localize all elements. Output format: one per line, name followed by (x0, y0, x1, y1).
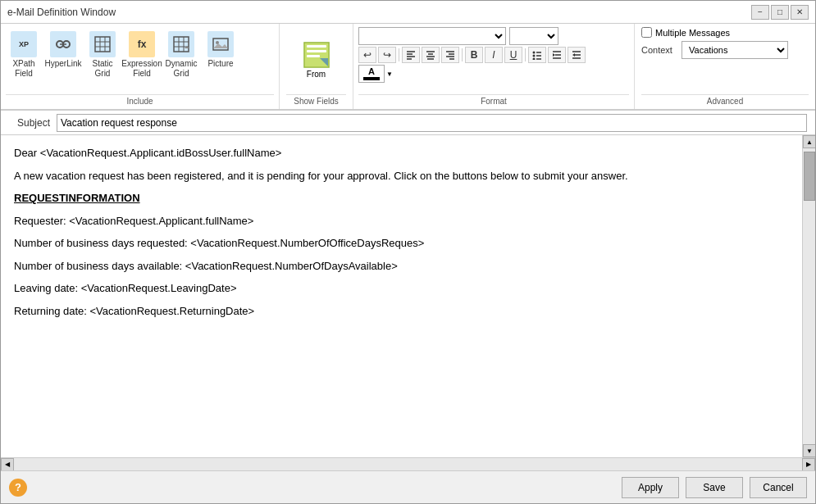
horizontal-scrollbar: ◀ ▶ (1, 457, 815, 470)
show-fields-content: From (286, 27, 346, 93)
static-grid-label: StaticGrid (92, 59, 112, 79)
color-arrow[interactable]: ▼ (386, 70, 393, 78)
format-mid-row: ↩ ↪ (358, 47, 629, 63)
restore-button[interactable]: □ (771, 5, 789, 20)
expression-field-icon: fx (129, 31, 155, 57)
email-body-wrapper: Dear <VacationRequest.Applicant.idBossUs… (1, 135, 815, 457)
scroll-track[interactable] (803, 148, 815, 444)
redo-button[interactable]: ↪ (378, 47, 396, 63)
svg-point-34 (533, 55, 536, 57)
subject-label: Subject (9, 117, 50, 129)
context-select[interactable]: Vacations (682, 41, 788, 59)
font-select[interactable] (358, 27, 506, 45)
vertical-scrollbar: ▲ ▼ (802, 135, 815, 457)
svg-rect-3 (95, 37, 110, 52)
include-section: XP XPathField HyperLink (1, 24, 280, 109)
undo-button[interactable]: ↩ (358, 47, 376, 63)
help-button[interactable]: ? (9, 479, 27, 497)
days-requested-line: Number of business days requested: <Vaca… (14, 235, 789, 252)
outdent-button[interactable] (568, 47, 586, 63)
indent-button[interactable] (548, 47, 566, 63)
italic-button[interactable]: I (485, 47, 503, 63)
scroll-right-button[interactable]: ▶ (802, 458, 815, 471)
window-title: e-Mail Definition Window (7, 7, 116, 18)
multiple-messages-label: Multiple Messages (655, 28, 730, 38)
text-color-button[interactable]: A (358, 65, 385, 83)
days-available-line: Number of business days available: <Vaca… (14, 258, 789, 275)
scroll-thumb[interactable] (804, 152, 815, 201)
advanced-content: Multiple Messages Context Vacations (641, 27, 809, 93)
svg-rect-17 (307, 50, 326, 52)
xpath-field-button[interactable]: XP XPathField (6, 27, 42, 83)
color-swatch (363, 77, 380, 80)
xpath-field-icon: XP (11, 31, 37, 57)
picture-button[interactable]: Picture (203, 27, 239, 72)
context-row: Context Vacations (641, 41, 809, 59)
scroll-left-button[interactable]: ◀ (1, 458, 14, 471)
hyperlink-icon (50, 31, 76, 57)
dynamic-grid-button[interactable]: DynamicGrid (163, 27, 199, 83)
static-grid-icon (89, 31, 116, 57)
include-section-label: Include (6, 94, 274, 106)
sep3 (525, 48, 526, 61)
ribbon: XP XPathField HyperLink (1, 24, 815, 111)
align-right-button[interactable] (441, 47, 459, 63)
email-body[interactable]: Dear <VacationRequest.Applicant.idBossUs… (1, 135, 802, 457)
bold-button[interactable]: B (465, 47, 483, 63)
svg-rect-16 (307, 45, 326, 48)
minimize-button[interactable]: − (751, 5, 769, 20)
multiple-messages-row: Multiple Messages (641, 27, 809, 38)
sep2 (462, 48, 463, 61)
greeting-line: Dear <VacationRequest.Applicant.idBossUs… (14, 145, 789, 161)
include-buttons: XP XPathField HyperLink (6, 27, 274, 93)
cancel-button[interactable]: Cancel (750, 477, 807, 498)
footer: ? Apply Save Cancel (1, 470, 815, 503)
sep1 (399, 48, 399, 61)
picture-icon (207, 31, 234, 57)
from-button[interactable]: From (299, 38, 334, 83)
subject-bar: Subject (1, 111, 815, 135)
title-bar: e-Mail Definition Window − □ ✕ (1, 1, 815, 24)
show-fields-section: From Show Fields (280, 24, 353, 109)
window-controls: − □ ✕ (751, 5, 809, 20)
svg-rect-18 (307, 55, 320, 57)
close-button[interactable]: ✕ (791, 5, 809, 20)
svg-point-32 (533, 52, 536, 54)
dynamic-grid-icon (168, 31, 194, 57)
advanced-section: Multiple Messages Context Vacations Adva… (635, 24, 815, 109)
request-info-heading: REQUESTINFORMATION (14, 190, 789, 207)
leaving-date-line: Leaving date: <VacationRequest.LeavingDa… (14, 280, 789, 297)
intro-paragraph: A new vacation request has been register… (14, 168, 789, 184)
static-grid-button[interactable]: StaticGrid (84, 27, 121, 83)
format-bottom-row: A ▼ (358, 65, 629, 83)
from-label: From (307, 70, 326, 79)
picture-label: Picture (207, 59, 233, 68)
font-size-select[interactable] (509, 27, 558, 45)
h-scroll-track[interactable] (14, 458, 802, 471)
color-label: A (368, 67, 375, 76)
xpath-field-label: XPathField (12, 59, 34, 79)
save-button[interactable]: Save (686, 477, 743, 498)
format-content: ↩ ↪ (358, 27, 629, 93)
align-left-button[interactable] (402, 47, 420, 63)
underline-button[interactable]: U (504, 47, 522, 63)
expression-field-label: ExpressionField (121, 59, 162, 79)
requester-line: Requester: <VacationRequest.Applicant.fu… (14, 213, 789, 229)
returning-date-line: Returning date: <VacationRequest.Returni… (14, 303, 789, 320)
svg-rect-8 (174, 37, 189, 52)
hyperlink-label: HyperLink (44, 59, 81, 68)
scroll-up-button[interactable]: ▲ (803, 135, 815, 148)
format-section: ↩ ↪ (353, 24, 635, 109)
format-top-row (358, 27, 629, 45)
apply-button[interactable]: Apply (622, 477, 679, 498)
subject-input[interactable] (57, 114, 807, 132)
align-center-button[interactable] (422, 47, 440, 63)
multiple-messages-checkbox[interactable] (641, 27, 652, 38)
scroll-down-button[interactable]: ▼ (803, 444, 815, 457)
bullet-list-button[interactable] (528, 47, 546, 63)
hyperlink-button[interactable]: HyperLink (45, 27, 81, 72)
email-definition-window: e-Mail Definition Window − □ ✕ XP XPathF… (0, 0, 816, 504)
footer-left: ? (9, 479, 615, 497)
dynamic-grid-label: DynamicGrid (166, 59, 198, 79)
expression-field-button[interactable]: fx ExpressionField (124, 27, 160, 83)
